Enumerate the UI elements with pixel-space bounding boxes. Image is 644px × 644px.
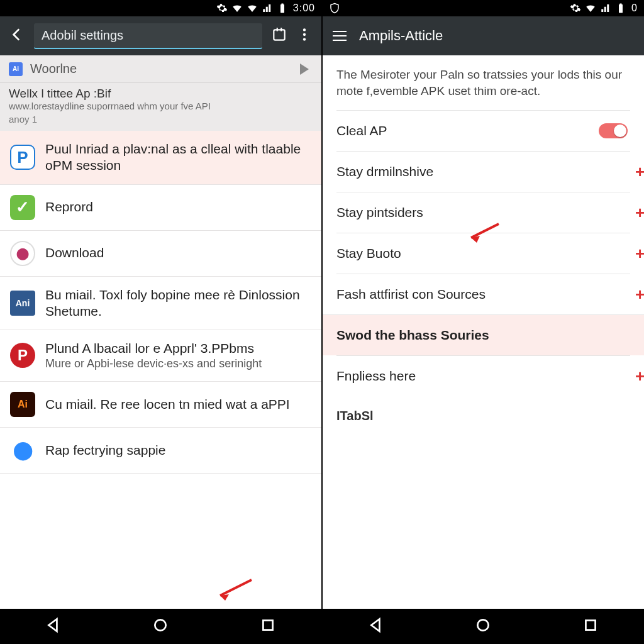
settings-row[interactable]: Stay drmilnshive+ [336,151,630,192]
gear-icon [570,3,581,14]
battery-icon [615,3,626,14]
row-indicator-icon: + [635,367,641,386]
settings-row[interactable]: Stay Buoto+ [336,233,630,274]
signal-icon [262,3,273,14]
left-list: PPuul Inriad a plav:nal as a clleal with… [0,131,321,474]
search-query: Woorlne [30,62,292,76]
list-item-subtext: Mure or Apbi-lese devic·es-xs and serini… [45,357,262,371]
shield-icon [329,3,340,14]
overflow-menu-icon[interactable] [296,26,313,45]
list-item[interactable]: ⬤Rap fectrying sappie [0,428,321,474]
search-area: Ai Woorlne Wellx l tittee Ap :Bif www.lo… [0,55,321,131]
search-row[interactable]: Ai Woorlne [0,55,321,83]
toggle-switch[interactable] [599,123,628,138]
gear-icon [216,3,228,14]
settings-description: The Mesiroter your Paln so tratssies you… [336,67,630,110]
svg-rect-2 [280,28,282,31]
back-icon[interactable] [9,26,25,45]
list-item[interactable]: PPlund A lbacail lor e Apprl' 3.PPbmsMur… [0,330,321,382]
settings-row[interactable]: Cleal AP [336,110,630,151]
settings-row-label: Stay pintsiders [336,205,423,220]
status-bar: 0 [323,0,644,16]
app-bar-title: Ampils-Atticle [359,28,443,44]
list-item-text: Bu miail. Toxl foly bopine mee rè Dinlos… [45,287,311,320]
status-icons [570,3,626,14]
status-time: 0 [631,3,638,14]
list-item[interactable]: AniBu miail. Toxl foly bopine mee rè Din… [0,277,321,331]
svg-point-4 [303,33,306,36]
list-item-text-col: Puul Inriad a plav:nal as a clleal with … [45,141,311,174]
play-icon[interactable] [300,64,309,75]
signal-icon [600,3,611,14]
app-icon: ⬤ [10,241,35,266]
svg-point-6 [155,619,166,630]
list-item-text-col: Reprord [45,199,93,215]
row-indicator-icon: + [635,203,641,223]
wifi-icon-2 [247,3,258,14]
app-icon: ⬤ [10,438,35,463]
settings-row-label: Cleal AP [336,123,387,138]
settings-row[interactable]: Stay pintsiders+ [336,192,630,233]
settings-row-label: Swod the bhass Souries [336,328,489,343]
status-time: 3:00 [293,3,315,14]
list-item-text: Plund A lbacail lor e Apprl' 3.PPbms [45,340,262,357]
status-icons [216,3,288,14]
svg-rect-9 [586,620,595,630]
address-bar[interactable]: Adobil settings [34,23,262,49]
list-item-text: Download [45,245,104,261]
app-icon: P [10,343,35,368]
settings-row-label: Fnpliess here [336,369,416,384]
section-label: ITabSl [336,396,630,442]
row-indicator-icon: + [635,285,641,304]
svg-point-3 [303,28,306,31]
settings-row-label: Fash attfirist con Sources [336,287,486,302]
list-item-text-col: Plund A lbacail lor e Apprl' 3.PPbmsMure… [45,340,262,371]
svg-point-5 [303,38,306,40]
nav-back-icon[interactable] [368,617,384,636]
nav-bar [0,609,321,644]
list-item[interactable]: PPuul Inriad a plav:nal as a clleal with… [0,131,321,185]
nav-recents-icon[interactable] [582,617,599,636]
svg-rect-0 [274,30,284,40]
wifi-icon [585,3,596,14]
app-icon: Ai [10,392,35,417]
nav-home-icon[interactable] [475,617,491,636]
list-item[interactable]: AiCu miail. Re ree locen tn mied wat a a… [0,382,321,428]
result-url: www.lorestaydline suporrnaed whm your fv… [9,101,313,111]
app-icon: P [10,145,35,170]
search-result[interactable]: Wellx l tittee Ap :Bif www.lorestaydline… [0,83,321,131]
list-item[interactable]: ✓Reprord [0,185,321,231]
row-indicator-icon: + [635,244,641,264]
status-bar: 3:00 [0,0,321,16]
tabs-icon[interactable] [271,26,287,45]
list-item-text: Reprord [45,199,93,215]
app-icon: Ani [10,291,35,316]
settings-row[interactable]: Swod the bhass Souries+ [323,314,644,355]
right-phone: 0 Ampils-Atticle The Mesiroter your Paln… [323,0,644,644]
list-item[interactable]: ⬤Download [0,231,321,277]
app-icon: ✓ [10,195,35,220]
list-item-text-col: Download [45,245,104,261]
nav-home-icon[interactable] [152,617,169,636]
nav-recents-icon[interactable] [260,617,276,636]
list-item-text: Puul Inriad a plav:nal as a clleal with … [45,141,311,174]
list-item-text: Rap fectrying sappie [45,442,165,458]
settings-row[interactable]: Fash attfirist con Sources+ [336,274,630,314]
result-meta: anoy 1 [9,114,313,125]
wifi-icon [231,3,243,14]
svg-point-8 [478,619,489,630]
list-item-text-col: Bu miail. Toxl foly bopine mee rè Dinlos… [45,287,311,320]
list-item-text: Cu miail. Re ree locen tn mied wat a aPP… [45,396,290,413]
app-bar: Ampils-Atticle [323,16,644,55]
hamburger-menu-icon[interactable] [333,31,347,41]
battery-icon [277,3,288,14]
ai-badge-icon: Ai [9,62,23,76]
app-bar: Adobil settings [0,16,321,55]
list-item-text-col: Cu miail. Re ree locen tn mied wat a aPP… [45,396,290,413]
settings-row-label: Stay Buoto [336,246,401,261]
settings-row[interactable]: Fnpliess here+ [336,355,630,396]
svg-rect-7 [263,620,272,630]
left-phone: 3:00 Adobil settings Ai Woorlne Wellx l … [0,0,321,644]
nav-back-icon[interactable] [45,617,62,636]
result-title: Wellx l tittee Ap :Bif [9,87,313,101]
